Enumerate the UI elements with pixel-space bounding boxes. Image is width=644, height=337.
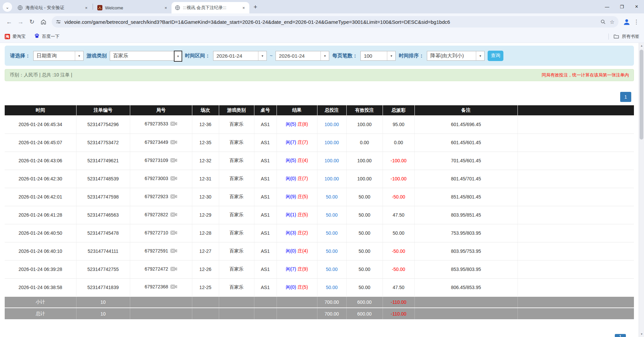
profile-avatar[interactable] xyxy=(621,16,632,27)
date-end-select[interactable]: 2026-01-24 ▾ xyxy=(276,51,329,61)
url-text[interactable]: videoie.com/game/betrecord_search/kind3?… xyxy=(64,19,596,25)
close-button[interactable]: × xyxy=(629,0,644,13)
page-1-button[interactable]: 1 xyxy=(620,92,631,102)
new-tab-button[interactable]: + xyxy=(251,2,260,12)
video-replay-icon[interactable] xyxy=(170,121,177,127)
cell-note: 851.45/801.45 xyxy=(414,188,517,206)
bookmark-item[interactable]: 百度一下 xyxy=(34,33,59,40)
video-replay-icon[interactable] xyxy=(170,212,177,218)
game-category-select[interactable]: 百家乐 ▾ xyxy=(110,51,182,61)
cell-bet-id: 523147748539 xyxy=(76,170,130,188)
cell-time: 2026-01-24 06:45:34 xyxy=(5,115,76,133)
total-bet-link[interactable]: 100.00 xyxy=(325,158,339,163)
browser-menu-button[interactable]: ⋮ xyxy=(632,18,641,25)
dropdown-arrow-icon[interactable]: ▾ xyxy=(75,51,83,60)
star-icon[interactable]: ☆ xyxy=(610,19,614,25)
total-bet-link[interactable]: 50.00 xyxy=(326,212,338,218)
banker-result: 庄(5) xyxy=(297,194,308,199)
back-button[interactable]: ← xyxy=(3,16,15,27)
reload-icon: ↻ xyxy=(29,18,34,25)
page-size-label: 每页笔数： xyxy=(332,53,357,59)
tab-close-icon[interactable]: × xyxy=(163,5,169,11)
tab-close-icon[interactable]: × xyxy=(241,5,247,11)
date-start-select[interactable]: 2026-01-24 ▾ xyxy=(213,51,267,61)
total-bet-link[interactable]: 100.00 xyxy=(325,140,339,145)
dropdown-arrow-icon[interactable]: ▾ xyxy=(320,51,329,60)
scroll-down-icon[interactable]: ▼ xyxy=(639,331,644,337)
scroll-up-icon[interactable]: ▲ xyxy=(639,43,644,49)
forward-icon: → xyxy=(17,18,23,25)
total-bet-link[interactable]: 50.00 xyxy=(326,230,338,236)
table-header-row: 时间注单编号局号场次游戏类别桌号结果总投注有效投注总派彩备注 xyxy=(5,105,634,115)
dropdown-arrow-icon[interactable]: ▾ xyxy=(476,51,484,60)
video-replay-icon[interactable] xyxy=(170,230,177,236)
column-header: 有效投注 xyxy=(346,105,383,115)
table-row: 2026-01-24 06:45:34523147754296679273533… xyxy=(5,115,634,133)
total-bet-link[interactable]: 50.00 xyxy=(326,267,338,272)
cell-time: 2026-01-24 06:39:28 xyxy=(5,260,76,278)
dropdown-arrow-icon[interactable]: ▾ xyxy=(174,51,182,62)
footer-empty xyxy=(277,296,317,308)
cell-filler xyxy=(517,170,634,188)
sort-order-select[interactable]: 降幂(由大到小) ▾ xyxy=(427,51,485,61)
total-bet-link[interactable]: 100.00 xyxy=(325,122,339,127)
total-bet-link[interactable]: 100.00 xyxy=(325,176,339,181)
reload-button[interactable]: ↻ xyxy=(26,16,38,27)
dropdown-arrow-icon[interactable]: ▾ xyxy=(258,51,266,60)
video-replay-icon[interactable] xyxy=(170,139,177,146)
cell-total-bet: 100.00 xyxy=(317,152,346,170)
tab[interactable]: Welcome× xyxy=(94,2,171,13)
cell-result: 闲(1) 庄(5) xyxy=(277,206,317,224)
total-bet-link[interactable]: 50.00 xyxy=(326,194,338,200)
dropdown-arrow-icon[interactable]: ▾ xyxy=(387,51,395,60)
baidu-icon xyxy=(34,33,40,40)
tab-search-button[interactable]: ⌄ xyxy=(3,2,12,12)
cell-time: 2026-01-24 06:40:10 xyxy=(5,242,76,260)
zoom-icon[interactable] xyxy=(600,19,606,24)
cell-game-type: 百家乐 xyxy=(219,260,254,278)
tabs: 海燕论坛 - 安全验证×Welcome×:::视讯 会员下注纪录:::× xyxy=(14,0,249,13)
video-replay-icon[interactable] xyxy=(170,194,177,200)
tab[interactable]: :::视讯 会员下注纪录:::× xyxy=(171,2,249,13)
cell-total-bet: 50.00 xyxy=(317,242,346,260)
video-replay-icon[interactable] xyxy=(170,158,177,164)
cell-payout: 47.50 xyxy=(383,206,414,224)
cell-round: 679272591 xyxy=(130,242,192,260)
query-mode-select[interactable]: 日期查询 ▾ xyxy=(33,51,84,61)
scrollbar-thumb[interactable] xyxy=(640,50,643,139)
player-result: 闲(1) xyxy=(286,212,296,217)
video-replay-icon[interactable] xyxy=(170,176,177,182)
all-bookmarks-button[interactable]: 所有书签 xyxy=(622,34,639,40)
cell-valid-bet: 50.00 xyxy=(346,206,383,224)
cell-session: 12-31 xyxy=(192,170,219,188)
video-replay-icon[interactable] xyxy=(170,248,177,255)
cell-session: 12-27 xyxy=(192,242,219,260)
tab[interactable]: 海燕论坛 - 安全验证× xyxy=(14,2,92,13)
tab-close-icon[interactable]: × xyxy=(83,5,89,11)
total-bet-link[interactable]: 50.00 xyxy=(326,285,338,290)
total-bet-link[interactable]: 50.00 xyxy=(326,248,338,254)
banker-result: 庄(4) xyxy=(297,248,308,254)
cell-time: 2026-01-24 06:38:58 xyxy=(5,278,76,296)
page-size-select[interactable]: 100 ▾ xyxy=(360,51,396,61)
cell-table-no: AS1 xyxy=(254,152,277,170)
search-button[interactable]: 查询 xyxy=(488,51,503,61)
video-replay-icon[interactable] xyxy=(170,266,177,273)
site-info-icon[interactable] xyxy=(56,19,61,24)
banker-result: 庄(5) xyxy=(297,284,308,290)
address-bar[interactable]: videoie.com/game/betrecord_search/kind3?… xyxy=(52,16,618,27)
cell-payout: -50.00 xyxy=(383,242,414,260)
video-replay-icon[interactable] xyxy=(170,284,177,290)
page-1-button-bottom[interactable]: 1 xyxy=(615,334,626,337)
bookmark-item[interactable]: 淘爱淘宝 xyxy=(5,33,26,40)
maximize-button[interactable]: ❐ xyxy=(614,0,629,13)
cell-session: 12-32 xyxy=(192,152,219,170)
forward-button[interactable]: → xyxy=(15,16,26,27)
home-button[interactable] xyxy=(38,16,49,27)
minimize-button[interactable]: — xyxy=(600,0,614,13)
banker-result: 庄(7) xyxy=(297,139,308,145)
vertical-scrollbar[interactable]: ▲ ▼ xyxy=(639,43,644,337)
table-row: 2026-01-24 06:45:07523147753472679273449… xyxy=(5,133,634,152)
cell-result: 闲(9) 庄(5) xyxy=(277,188,317,206)
footer-empty xyxy=(219,308,254,319)
